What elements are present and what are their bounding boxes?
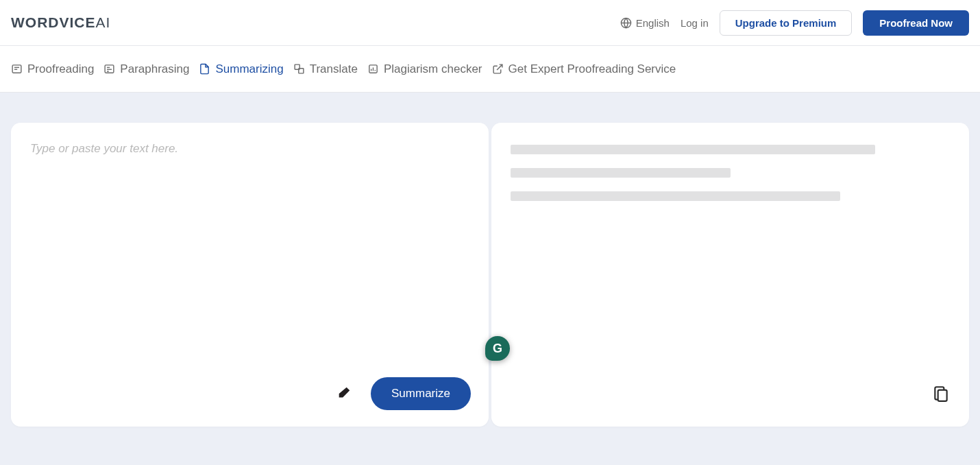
language-selector[interactable]: English xyxy=(620,17,670,29)
document-check-icon xyxy=(11,63,23,75)
globe-icon xyxy=(620,17,632,29)
plagiarism-icon xyxy=(367,63,379,75)
eraser-icon xyxy=(336,385,352,401)
grammarly-icon: G xyxy=(493,342,502,356)
workspace: Summarize xyxy=(0,93,980,465)
tab-paraphrasing[interactable]: Paraphrasing xyxy=(103,60,189,79)
tab-proofreading[interactable]: Proofreading xyxy=(11,60,94,79)
tab-label: Paraphrasing xyxy=(120,62,189,76)
tab-plagiarism[interactable]: Plagiarism checker xyxy=(367,60,482,79)
clear-button[interactable] xyxy=(334,383,354,405)
tab-label: Summarizing xyxy=(215,62,283,76)
summarize-button[interactable]: Summarize xyxy=(371,377,471,410)
svg-rect-16 xyxy=(938,390,947,401)
text-input[interactable] xyxy=(30,142,469,368)
input-panel: Summarize xyxy=(11,123,489,427)
tab-summarizing[interactable]: Summarizing xyxy=(199,60,283,79)
external-link-icon xyxy=(492,63,504,75)
output-placeholder xyxy=(511,142,950,201)
svg-line-15 xyxy=(497,64,502,70)
tab-label: Translate xyxy=(310,62,358,76)
app-header: WORDVICEAI English Log in Upgrade to Pre… xyxy=(0,0,980,46)
logo-main: WORDVICE xyxy=(11,14,96,30)
summarize-icon xyxy=(199,63,210,75)
skeleton-line xyxy=(511,168,731,178)
logo[interactable]: WORDVICEAI xyxy=(11,14,110,31)
translate-icon xyxy=(293,63,305,75)
grammarly-widget[interactable]: G xyxy=(485,336,510,361)
login-link[interactable]: Log in xyxy=(681,17,709,29)
tab-translate[interactable]: Translate xyxy=(293,60,358,79)
tool-tabs: Proofreading Paraphrasing Summarizing Tr… xyxy=(0,46,980,93)
language-label: English xyxy=(636,17,670,29)
skeleton-line xyxy=(511,145,875,154)
logo-suffix: AI xyxy=(96,14,111,30)
tab-expert-service[interactable]: Get Expert Proofreading Service xyxy=(492,60,676,79)
proofread-now-button[interactable]: Proofread Now xyxy=(863,10,969,36)
tab-label: Plagiarism checker xyxy=(384,62,482,76)
skeleton-line xyxy=(511,191,840,201)
header-right: English Log in Upgrade to Premium Proofr… xyxy=(620,10,969,36)
copy-icon xyxy=(932,383,950,404)
paraphrase-icon xyxy=(103,63,115,75)
upgrade-button[interactable]: Upgrade to Premium xyxy=(720,10,853,36)
tab-label: Proofreading xyxy=(27,62,94,76)
tab-label: Get Expert Proofreading Service xyxy=(509,62,676,76)
input-panel-actions: Summarize xyxy=(334,377,471,410)
copy-button[interactable] xyxy=(932,383,950,406)
output-panel xyxy=(491,123,969,427)
